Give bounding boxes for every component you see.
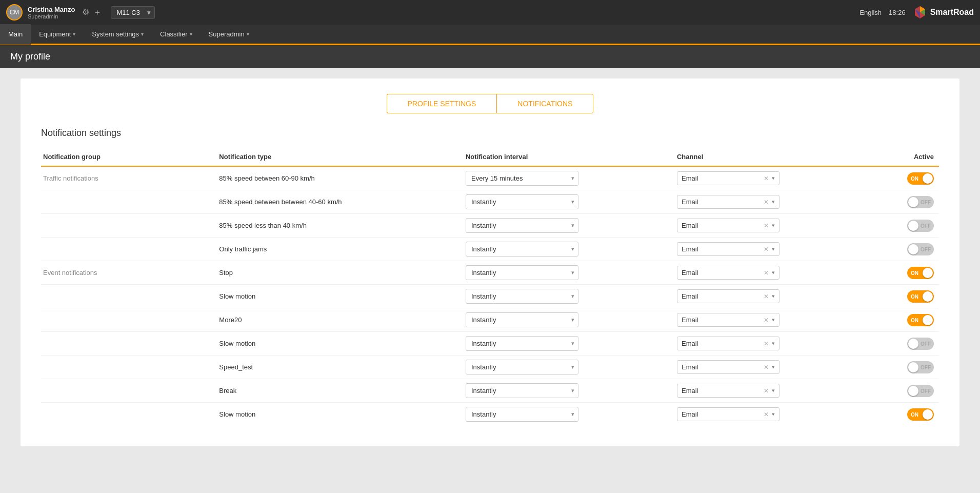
chevron-down-icon[interactable]: ▾ (772, 175, 775, 182)
nav-item-system-settings[interactable]: System settings ▾ (84, 24, 152, 45)
nav-item-classifier[interactable]: Classifier ▾ (152, 24, 200, 45)
channel-cell[interactable]: Email ✕ ▾ (675, 356, 869, 379)
active-cell[interactable]: ON OFF (869, 332, 939, 356)
interval-select[interactable]: Instantly Every 5 minutes Every 15 minut… (466, 383, 578, 398)
channel-remove-icon[interactable]: ✕ (764, 222, 769, 229)
nav-item-equipment[interactable]: Equipment ▾ (31, 24, 84, 45)
active-cell[interactable]: ON OFF (869, 214, 939, 238)
channel-remove-icon[interactable]: ✕ (764, 411, 769, 418)
toggle-on-label: ON (911, 270, 918, 275)
notification-group-cell (41, 403, 217, 426)
tab-notifications[interactable]: NOTIFICATIONS (496, 94, 593, 113)
channel-remove-icon[interactable]: ✕ (764, 387, 769, 395)
notification-type-label: Slow motion (219, 410, 255, 418)
notification-interval-cell[interactable]: Instantly Every 5 minutes Every 15 minut… (464, 285, 675, 308)
channel-select-wrap: Email ✕ ▾ (677, 242, 779, 256)
active-toggle[interactable]: ON OFF (907, 314, 934, 326)
notification-type-cell: Slow motion (217, 403, 464, 426)
interval-select[interactable]: Instantly Every 5 minutes Every 15 minut… (466, 265, 578, 280)
toggle-on-label: ON (911, 411, 918, 417)
col-header-active: Active (869, 149, 939, 166)
chevron-down-icon[interactable]: ▾ (772, 387, 775, 394)
active-cell[interactable]: ON OFF (869, 190, 939, 214)
active-toggle[interactable]: ON OFF (907, 172, 934, 185)
channel-remove-icon[interactable]: ✕ (764, 340, 769, 347)
channel-remove-icon[interactable]: ✕ (764, 246, 769, 253)
notification-interval-cell[interactable]: Instantly Every 5 minutes Every 15 minut… (464, 238, 675, 261)
active-toggle[interactable]: ON OFF (907, 220, 934, 232)
nav-item-main[interactable]: Main (0, 24, 31, 45)
channel-remove-icon[interactable]: ✕ (764, 364, 769, 371)
add-icon[interactable]: ＋ (93, 7, 102, 18)
notification-interval-cell[interactable]: Instantly Every 5 minutes Every 15 minut… (464, 261, 675, 285)
active-cell[interactable]: ON OFF (869, 379, 939, 403)
channel-remove-icon[interactable]: ✕ (764, 199, 769, 206)
channel-remove-icon[interactable]: ✕ (764, 293, 769, 300)
chevron-down-icon: ▾ (247, 31, 249, 37)
channel-remove-icon[interactable]: ✕ (764, 269, 769, 277)
chevron-down-icon[interactable]: ▾ (772, 222, 775, 229)
chevron-down-icon[interactable]: ▾ (772, 364, 775, 370)
language-button[interactable]: English (859, 9, 882, 16)
interval-select[interactable]: Every 15 minutes Every 5 minutes Every 1… (466, 171, 578, 186)
interval-select[interactable]: Instantly Every 5 minutes Every 15 minut… (466, 312, 578, 327)
settings-icon[interactable]: ⚙ (82, 7, 89, 18)
chevron-down-icon[interactable]: ▾ (772, 317, 775, 323)
card: PROFILE SETTINGS NOTIFICATIONS Notificat… (21, 78, 959, 446)
tab-profile-settings[interactable]: PROFILE SETTINGS (387, 94, 497, 113)
channel-select-wrap: Email ✕ ▾ (677, 384, 779, 398)
active-cell[interactable]: ON OFF (869, 285, 939, 308)
notification-interval-cell[interactable]: Instantly Every 5 minutes Every 15 minut… (464, 332, 675, 356)
channel-remove-icon[interactable]: ✕ (764, 317, 769, 324)
channel-cell[interactable]: Email ✕ ▾ (675, 332, 869, 356)
channel-remove-icon[interactable]: ✕ (764, 175, 769, 182)
active-cell[interactable]: ON OFF (869, 403, 939, 426)
active-cell[interactable]: ON OFF (869, 238, 939, 261)
chevron-down-icon[interactable]: ▾ (772, 340, 775, 347)
channel-cell[interactable]: Email ✕ ▾ (675, 261, 869, 285)
active-toggle[interactable]: ON OFF (907, 361, 934, 373)
interval-select[interactable]: Instantly Every 5 minutes Every 15 minut… (466, 242, 578, 257)
chevron-down-icon[interactable]: ▾ (772, 293, 775, 300)
channel-cell[interactable]: Email ✕ ▾ (675, 403, 869, 426)
interval-select[interactable]: Instantly Every 5 minutes Every 15 minut… (466, 360, 578, 374)
channel-cell[interactable]: Email ✕ ▾ (675, 214, 869, 238)
interval-select[interactable]: Instantly Every 5 minutes Every 15 minut… (466, 194, 578, 209)
channel-cell[interactable]: Email ✕ ▾ (675, 285, 869, 308)
active-toggle[interactable]: ON OFF (907, 338, 934, 350)
channel-cell[interactable]: Email ✕ ▾ (675, 238, 869, 261)
device-select[interactable]: M11 C3 (111, 6, 155, 19)
notification-interval-cell[interactable]: Instantly Every 5 minutes Every 15 minut… (464, 356, 675, 379)
chevron-down-icon[interactable]: ▾ (772, 411, 775, 418)
active-toggle[interactable]: ON OFF (907, 290, 934, 303)
chevron-down-icon[interactable]: ▾ (772, 246, 775, 252)
active-cell[interactable]: ON OFF (869, 356, 939, 379)
interval-select[interactable]: Instantly Every 5 minutes Every 15 minut… (466, 218, 578, 233)
interval-select[interactable]: Instantly Every 5 minutes Every 15 minut… (466, 336, 578, 351)
chevron-down-icon[interactable]: ▾ (772, 199, 775, 205)
active-cell[interactable]: ON OFF (869, 308, 939, 332)
nav-item-superadmin[interactable]: Superadmin ▾ (201, 24, 257, 45)
active-toggle[interactable]: ON OFF (907, 243, 934, 255)
notification-interval-cell[interactable]: Instantly Every 5 minutes Every 15 minut… (464, 379, 675, 403)
channel-cell[interactable]: Email ✕ ▾ (675, 166, 869, 190)
channel-cell[interactable]: Email ✕ ▾ (675, 308, 869, 332)
notification-interval-cell[interactable]: Instantly Every 5 minutes Every 15 minut… (464, 403, 675, 426)
toggle-knob (923, 315, 933, 325)
active-cell[interactable]: ON OFF (869, 261, 939, 285)
active-toggle[interactable]: ON OFF (907, 196, 934, 208)
notification-interval-cell[interactable]: Instantly Every 5 minutes Every 15 minut… (464, 214, 675, 238)
user-name: Cristina Manzo (28, 6, 75, 13)
active-toggle[interactable]: ON OFF (907, 408, 934, 421)
notification-interval-cell[interactable]: Instantly Every 5 minutes Every 15 minut… (464, 308, 675, 332)
active-toggle[interactable]: ON OFF (907, 267, 934, 279)
channel-cell[interactable]: Email ✕ ▾ (675, 379, 869, 403)
channel-cell[interactable]: Email ✕ ▾ (675, 190, 869, 214)
interval-select[interactable]: Instantly Every 5 minutes Every 15 minut… (466, 289, 578, 304)
interval-select[interactable]: Instantly Every 5 minutes Every 15 minut… (466, 407, 578, 422)
notification-interval-cell[interactable]: Every 15 minutes Every 5 minutes Every 1… (464, 166, 675, 190)
notification-interval-cell[interactable]: Instantly Every 5 minutes Every 15 minut… (464, 190, 675, 214)
active-cell[interactable]: ON OFF (869, 166, 939, 190)
active-toggle[interactable]: ON OFF (907, 385, 934, 397)
chevron-down-icon[interactable]: ▾ (772, 269, 775, 276)
